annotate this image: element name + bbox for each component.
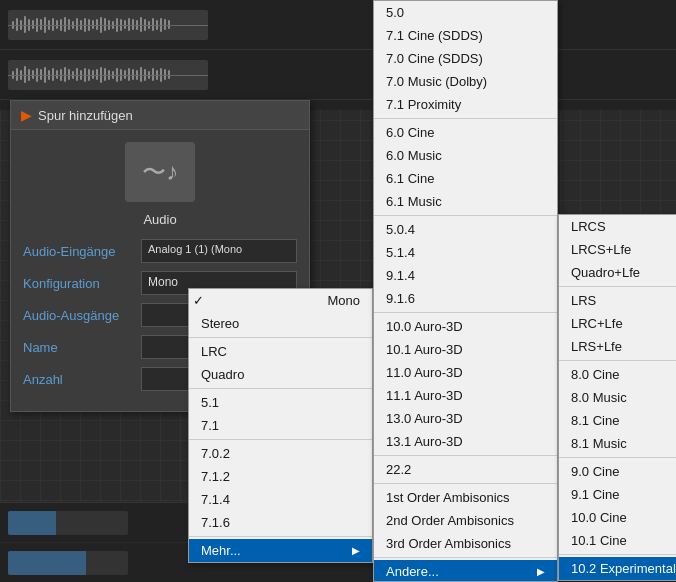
menu-item-lrs-lfe[interactable]: LRS+Lfe <box>559 335 676 358</box>
wave-bar <box>132 19 134 30</box>
wave-bar <box>48 70 50 80</box>
menu-item-80-cine[interactable]: 8.0 Cine <box>559 363 676 386</box>
dialog-title: Spur hinzufügen <box>38 108 133 123</box>
menu-item-61-cine[interactable]: 6.1 Cine <box>374 167 557 190</box>
wave-bar <box>116 18 118 32</box>
menu-item-2nd-ambi[interactable]: 2nd Order Ambisonics <box>374 509 557 532</box>
menu-item-lrc[interactable]: LRC <box>189 340 372 363</box>
menu-item-916[interactable]: 9.1.6 <box>374 287 557 310</box>
dialog-icon: ▶ <box>21 107 32 123</box>
wave-bar <box>32 20 34 29</box>
menu-item-lrcs-lfe[interactable]: LRCS+Lfe <box>559 238 676 261</box>
separator-1 <box>189 337 372 338</box>
wave-bar <box>144 69 146 81</box>
wave-bar <box>96 19 98 30</box>
menu-item-101-auro[interactable]: 10.1 Auro-3D <box>374 338 557 361</box>
wave-bar <box>52 68 54 81</box>
wave-bar <box>24 16 26 33</box>
menu-item-130-auro[interactable]: 13.0 Auro-3D <box>374 407 557 430</box>
track-waveform-1 <box>8 10 208 40</box>
sep-l2-6 <box>374 557 557 558</box>
menu-item-1st-ambi[interactable]: 1st Order Ambisonics <box>374 486 557 509</box>
menu-item-111-auro[interactable]: 11.1 Auro-3D <box>374 384 557 407</box>
menu-item-3rd-ambi[interactable]: 3rd Order Ambisonics <box>374 532 557 555</box>
menu-item-50[interactable]: 5.0 <box>374 1 557 24</box>
wave-bar <box>104 18 106 31</box>
wave-bar <box>100 67 102 83</box>
wave-bar <box>32 70 34 79</box>
menu-item-quadro-lfe[interactable]: Quadro+Lfe <box>559 261 676 284</box>
wave-bar <box>140 67 142 82</box>
wave-bar <box>96 69 98 80</box>
menu-item-91-cine[interactable]: 9.1 Cine <box>559 483 676 506</box>
menu-item-81-cine[interactable]: 8.1 Cine <box>559 409 676 432</box>
menu-item-131-auro[interactable]: 13.1 Auro-3D <box>374 430 557 453</box>
menu-item-71-cine-sdds[interactable]: 7.1 Cine (SDDS) <box>374 24 557 47</box>
wave-bar <box>40 69 42 80</box>
menu-item-mehr[interactable]: Mehr... ▶ <box>189 539 372 562</box>
wave-bar <box>24 66 26 83</box>
wave-bar <box>168 70 170 79</box>
label-audio-ausgaenge[interactable]: Audio-Ausgänge <box>23 308 133 323</box>
label-konfiguration[interactable]: Konfiguration <box>23 276 133 291</box>
menu-item-mono[interactable]: Mono <box>189 289 372 312</box>
sep-l2-1 <box>374 118 557 119</box>
menu-item-222[interactable]: 22.2 <box>374 458 557 481</box>
label-name[interactable]: Name <box>23 340 133 355</box>
form-row-eingaenge: Audio-Eingänge Analog 1 (1) (Mono <box>23 239 297 263</box>
track-row-2 <box>0 50 676 100</box>
menu-item-stereo[interactable]: Stereo <box>189 312 372 335</box>
label-audio-eingaenge[interactable]: Audio-Eingänge <box>23 244 133 259</box>
menu-item-714[interactable]: 7.1.4 <box>189 488 372 511</box>
andere-label: Andere... <box>386 564 439 579</box>
dropdown-andere: LRCS LRCS+Lfe Quadro+Lfe LRS LRC+Lfe LRS… <box>558 214 676 581</box>
menu-item-andere[interactable]: Andere... ▶ <box>374 560 557 582</box>
wave-bar <box>60 19 62 31</box>
dropdown-konfiguration: Mono Stereo LRC Quadro 5.1 7.1 7.0.2 7.1… <box>188 288 373 563</box>
menu-item-lrcs[interactable]: LRCS <box>559 215 676 238</box>
menu-item-102-exp[interactable]: 10.2 Experimental <box>559 557 676 580</box>
sep-l3-3 <box>559 457 676 458</box>
menu-item-60-cine[interactable]: 6.0 Cine <box>374 121 557 144</box>
andere-arrow: ▶ <box>537 566 545 577</box>
menu-item-90-cine[interactable]: 9.0 Cine <box>559 460 676 483</box>
menu-item-702[interactable]: 7.0.2 <box>189 442 372 465</box>
sep-l2-4 <box>374 455 557 456</box>
wave-bar <box>36 68 38 82</box>
input-audio-eingaenge[interactable]: Analog 1 (1) (Mono <box>141 239 297 263</box>
menu-item-81-music[interactable]: 8.1 Music <box>559 432 676 455</box>
menu-item-914[interactable]: 9.1.4 <box>374 264 557 287</box>
menu-item-514[interactable]: 5.1.4 <box>374 241 557 264</box>
wave-bar <box>128 18 130 31</box>
wave-bar <box>156 70 158 80</box>
menu-item-51[interactable]: 5.1 <box>189 391 372 414</box>
wave-bar <box>72 71 74 79</box>
menu-item-70-music-dolby[interactable]: 7.0 Music (Dolby) <box>374 70 557 93</box>
menu-item-712[interactable]: 7.1.2 <box>189 465 372 488</box>
menu-item-60-music[interactable]: 6.0 Music <box>374 144 557 167</box>
sep-l2-5 <box>374 483 557 484</box>
menu-item-100-cine[interactable]: 10.0 Cine <box>559 506 676 529</box>
menu-item-110-auro[interactable]: 11.0 Auro-3D <box>374 361 557 384</box>
menu-item-80-music[interactable]: 8.0 Music <box>559 386 676 409</box>
menu-item-61-music[interactable]: 6.1 Music <box>374 190 557 213</box>
wave-bar <box>120 19 122 31</box>
menu-item-lrs[interactable]: LRS <box>559 289 676 312</box>
menu-item-101-cine[interactable]: 10.1 Cine <box>559 529 676 552</box>
menu-item-lrc-lfe[interactable]: LRC+Lfe <box>559 312 676 335</box>
menu-item-70-cine-sdds[interactable]: 7.0 Cine (SDDS) <box>374 47 557 70</box>
menu-item-504[interactable]: 5.0.4 <box>374 218 557 241</box>
menu-item-100-auro[interactable]: 10.0 Auro-3D <box>374 315 557 338</box>
menu-item-71[interactable]: 7.1 <box>189 414 372 437</box>
wave-bar <box>120 69 122 81</box>
menu-item-716[interactable]: 7.1.6 <box>189 511 372 534</box>
track-mini-wave-2 <box>8 551 128 575</box>
menu-item-quadro[interactable]: Quadro <box>189 363 372 386</box>
wave-bar <box>80 70 82 80</box>
wave-bar <box>88 19 90 31</box>
label-anzahl[interactable]: Anzahl <box>23 372 133 387</box>
wave-bar <box>84 68 86 82</box>
menu-item-71-proximity[interactable]: 7.1 Proximity <box>374 93 557 116</box>
wave-bar <box>44 17 46 33</box>
wave-bar <box>164 19 166 30</box>
